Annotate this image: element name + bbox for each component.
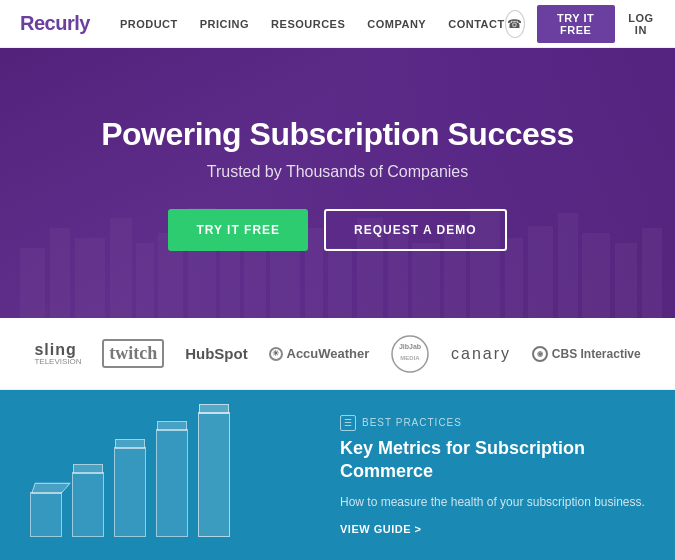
navbar: Recurly PRODUCT PRICING RESOURCES COMPAN… [0, 0, 675, 48]
logo-cbs: ◉ CBS Interactive [532, 346, 641, 362]
accuweather-icon: ☀ [269, 347, 283, 361]
feature-title: Key Metrics for Subscription Commerce [340, 437, 645, 484]
logo-jibjab: JibJab MEDIA [390, 334, 430, 374]
logo-canary: canary [451, 345, 511, 363]
jibjab-svg: JibJab MEDIA [390, 334, 430, 374]
tag-icon: ☰ [340, 415, 356, 431]
chart-bar-1 [30, 492, 62, 537]
chart-bar-5 [198, 412, 230, 537]
logos-strip: sling TELEVISION twitch HubSpot ☀ AccuWe… [0, 318, 675, 390]
logo-accuweather: ☀ AccuWeather [269, 346, 370, 361]
hero-subtitle: Trusted by Thousands of Companies [101, 163, 574, 181]
feature-content: ☰ Best Practices Key Metrics for Subscri… [340, 415, 645, 536]
feature-section: ☰ Best Practices Key Metrics for Subscri… [0, 390, 675, 560]
chart-bar-2 [72, 472, 104, 537]
navbar-right: ☎ TRY IT FREE LOG IN [505, 5, 655, 43]
svg-text:JibJab: JibJab [399, 343, 421, 350]
chart-area [30, 405, 310, 545]
sling-tv-label: TELEVISION [34, 358, 81, 366]
svg-point-23 [392, 336, 428, 372]
cbs-icon: ◉ [532, 346, 548, 362]
hero-title: Powering Subscription Success [101, 116, 574, 153]
hero-content: Powering Subscription Success Trusted by… [101, 116, 574, 251]
nav-links: PRODUCT PRICING RESOURCES COMPANY CONTAC… [120, 18, 505, 30]
logo-twitch: twitch [102, 339, 164, 368]
feature-desc: How to measure the health of your subscr… [340, 493, 645, 511]
nav-contact[interactable]: CONTACT [448, 18, 504, 30]
logo[interactable]: Recurly [20, 12, 90, 35]
nav-product[interactable]: PRODUCT [120, 18, 178, 30]
navbar-login-button[interactable]: LOG IN [627, 12, 655, 36]
hero-buttons: TRY IT FREE REQUEST A DEMO [101, 209, 574, 251]
logo-hubspot: HubSpot [185, 345, 247, 362]
phone-icon[interactable]: ☎ [505, 10, 525, 38]
navbar-try-button[interactable]: TRY IT FREE [537, 5, 615, 43]
nav-company[interactable]: COMPANY [367, 18, 426, 30]
nav-resources[interactable]: RESOURCES [271, 18, 345, 30]
chart-bar-3 [114, 447, 146, 537]
hero-try-button[interactable]: TRY IT FREE [168, 209, 308, 251]
feature-tag: ☰ Best Practices [340, 415, 645, 431]
chart-bar-4 [156, 429, 188, 537]
hero-demo-button[interactable]: REQUEST A DEMO [324, 209, 506, 251]
feature-link[interactable]: VIEW GUIDE > [340, 523, 645, 535]
logo-sling: sling TELEVISION [34, 342, 81, 366]
svg-text:MEDIA: MEDIA [401, 355, 421, 361]
hero-section: Powering Subscription Success Trusted by… [0, 48, 675, 318]
nav-pricing[interactable]: PRICING [200, 18, 249, 30]
